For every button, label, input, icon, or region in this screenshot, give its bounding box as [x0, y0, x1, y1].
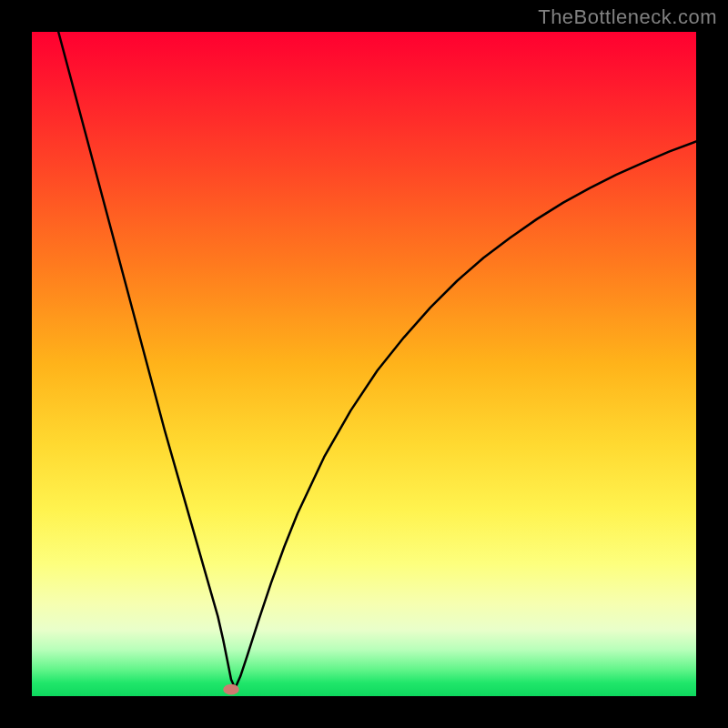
minimum-marker — [223, 684, 239, 695]
plot-area — [32, 32, 696, 696]
bottleneck-curve — [58, 32, 696, 688]
chart-stage: TheBottleneck.com — [0, 0, 728, 728]
curve-svg — [32, 32, 696, 696]
watermark-text: TheBottleneck.com — [538, 5, 717, 29]
